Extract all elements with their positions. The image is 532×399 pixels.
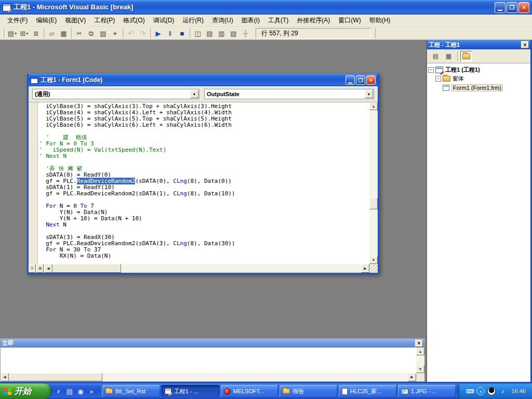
show-desktop-icon[interactable]: ▤ (65, 387, 74, 395)
menu-item-9[interactable]: 工具(T) (264, 15, 292, 26)
menu-item-1[interactable]: 编辑(E) (32, 15, 61, 26)
view-code-button[interactable]: ▤ (430, 51, 442, 62)
forms-folder-label[interactable]: 窗体 (453, 75, 464, 83)
taskbar-button-3[interactable]: 报告 (280, 385, 337, 397)
code-vertical-scrollbar[interactable]: ▲ ▼ (369, 102, 378, 264)
menu-item-11[interactable]: 窗口(W) (334, 15, 365, 26)
scroll-track[interactable] (52, 264, 361, 273)
keyboard-tray-icon[interactable]: ⌨ (466, 387, 474, 395)
restore-button[interactable]: ❐ (507, 2, 517, 13)
save-project-button[interactable]: ▦ (58, 28, 70, 39)
form1-node-label[interactable]: Form1 (Form1.frm) (451, 84, 503, 91)
code-line[interactable] (39, 128, 369, 135)
immediate-input-area[interactable] (1, 348, 416, 373)
cut-button[interactable]: ✂ (73, 28, 85, 39)
full-module-view-button[interactable]: ≣ (36, 264, 44, 273)
scroll-thumb[interactable] (369, 198, 378, 209)
code-margin-strip[interactable] (29, 102, 38, 264)
collapse-icon[interactable]: − (435, 76, 441, 82)
open-project-button[interactable]: ▱ (46, 28, 58, 39)
project-panel-titlebar[interactable]: 工程 - 工程1 × (427, 40, 530, 49)
form-layout-button[interactable]: ▥ (216, 28, 228, 39)
immediate-vertical-scrollbar[interactable]: ▲ ▼ (416, 348, 424, 373)
menu-item-8[interactable]: 图表(I) (237, 15, 264, 26)
scroll-down-icon[interactable]: ▼ (416, 365, 424, 373)
chevron-down-icon[interactable]: ▾ (26, 31, 28, 36)
procedure-dropdown[interactable]: OutputState ▼ (204, 89, 374, 99)
project-node-label[interactable]: 工程1 (工程1) (445, 66, 480, 74)
toggle-folders-button[interactable] (460, 51, 472, 62)
code-line[interactable]: ' Next N (39, 153, 369, 159)
procedure-view-button[interactable]: ≡ (29, 264, 36, 273)
view-object-button[interactable]: ▦ (443, 51, 455, 62)
code-line[interactable]: Next N (39, 222, 369, 228)
code-maximize-button[interactable]: ❐ (356, 75, 365, 85)
add-form-button[interactable]: ⊞▾ (18, 28, 30, 39)
minimize-button[interactable]: ▁ (495, 2, 506, 13)
scroll-left-icon[interactable]: ◀ (44, 264, 52, 273)
start-button[interactable]: 开始 (0, 383, 51, 399)
continue-button[interactable]: ▶ (152, 28, 164, 39)
menu-item-5[interactable]: 调试(D) (149, 15, 179, 26)
taskbar-button-1[interactable]: 工程1 - ... (162, 385, 219, 397)
scroll-up-icon[interactable]: ▲ (416, 348, 424, 355)
scroll-up-icon[interactable]: ▲ (369, 102, 378, 110)
paste-button[interactable]: ▨ (97, 28, 109, 39)
code-line[interactable]: ' iSpeed(N) = Val(txtSpeed(N).Text) (39, 147, 369, 153)
chevron-down-icon[interactable]: ▾ (15, 31, 17, 36)
scroll-left-icon[interactable]: ◀ (1, 373, 9, 381)
scroll-track[interactable] (416, 355, 424, 365)
code-line[interactable]: gf = PLC.ReadDeviceRandom2(sDATA(1), CLn… (39, 191, 369, 197)
overflow-chevron-icon[interactable]: » (87, 387, 96, 395)
project-panel-close-button[interactable]: × (521, 41, 529, 48)
object-dropdown[interactable]: (通用) ▼ (32, 89, 200, 99)
tree-row-project[interactable]: − 工程1 (工程1) (428, 65, 529, 74)
scroll-right-icon[interactable]: ▶ (361, 264, 369, 273)
code-minimize-button[interactable]: ▁ (345, 75, 355, 85)
copy-button[interactable]: ⧉ (85, 28, 97, 39)
code-close-button[interactable]: × (366, 75, 376, 85)
scroll-right-icon[interactable]: ▶ (408, 373, 416, 381)
close-button[interactable]: × (518, 2, 529, 13)
scroll-thumb[interactable] (52, 264, 121, 273)
resize-grip[interactable] (369, 264, 378, 273)
project-explorer-button[interactable]: ◫ (192, 28, 204, 39)
scroll-track[interactable] (369, 110, 378, 256)
menu-editor-button[interactable]: ≣ (30, 28, 42, 39)
menu-item-12[interactable]: 帮助(H) (365, 15, 395, 26)
scroll-down-icon[interactable]: ▼ (369, 256, 378, 264)
immediate-titlebar[interactable]: 立即 × (1, 339, 424, 348)
code-window-titlebar[interactable]: 工程1 - Form1 (Code) ▁ ❐ × (29, 74, 378, 86)
chevron-down-icon[interactable]: ▼ (365, 90, 373, 98)
scroll-track[interactable] (9, 373, 408, 381)
chevron-down-icon[interactable]: ▼ (190, 90, 198, 98)
find-button[interactable]: ⌖ (109, 28, 121, 39)
menu-item-0[interactable]: 文件(F) (3, 15, 32, 26)
toolbar-grip[interactable] (3, 29, 4, 38)
immediate-close-button[interactable]: × (415, 340, 423, 347)
immediate-horizontal-scrollbar[interactable]: ◀ ▶ (1, 373, 416, 381)
menu-item-10[interactable]: 外接程序(A) (292, 15, 334, 26)
menu-item-7[interactable]: 查询(U) (208, 15, 237, 26)
qq-tray-icon[interactable] (487, 387, 496, 395)
ie-icon[interactable]: e (55, 387, 63, 395)
code-line[interactable]: Y(N + 10) = Data(N + 10) (39, 216, 369, 222)
code-line[interactable] (39, 159, 369, 166)
taskbar-button-5[interactable]: 1.JPG - ... (398, 385, 456, 397)
taskbar-button-0[interactable]: Bit_Set_Rst (102, 385, 160, 397)
menu-item-3[interactable]: 工程(P) (90, 15, 119, 26)
object-browser-button[interactable]: ▧ (228, 28, 240, 39)
menu-item-4[interactable]: 格式(O) (119, 15, 149, 26)
properties-window-button[interactable]: ▤ (204, 28, 216, 39)
code-line[interactable]: iCylBase(6) = shaCylAxis(6).Left + shaCy… (39, 122, 369, 128)
break-button[interactable]: ‖ (164, 28, 176, 39)
code-horizontal-scrollbar[interactable]: ◀ ▶ (44, 264, 369, 273)
menu-item-6[interactable]: 运行(R) (178, 15, 208, 26)
tree-row-form1[interactable]: Form1 (Form1.frm) (443, 83, 529, 92)
code-text[interactable]: iCylBase(3) = shaCylAxis(3).Top + shaCyl… (38, 102, 369, 264)
collapse-icon[interactable]: − (428, 67, 434, 73)
volume-tray-icon[interactable]: ♪ (498, 387, 507, 395)
tree-row-forms-folder[interactable]: − 窗体 (435, 74, 529, 83)
menu-item-2[interactable]: 视图(V) (61, 15, 90, 26)
scroll-thumb[interactable] (9, 373, 102, 381)
